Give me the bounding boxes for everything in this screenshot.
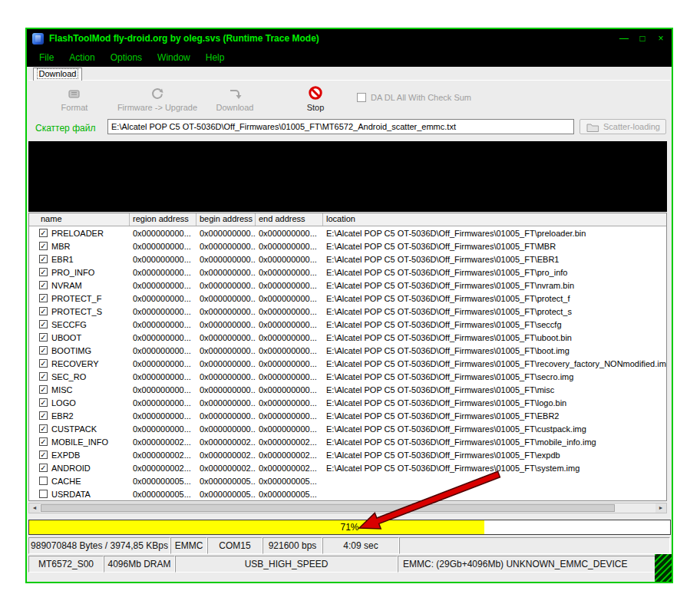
row-checkbox[interactable] [39,490,48,498]
partition-name: PROTECT_S [51,307,102,316]
window-controls: — □ × [619,33,666,44]
header-region-address[interactable]: region address [130,213,196,226]
table-row[interactable]: CACHE0x000000005...0x000000005...0x00000… [29,474,666,487]
table-row[interactable]: ✓ANDROID0x000000002...0x000000002...0x00… [29,461,666,474]
download-button[interactable]: Download [204,85,266,114]
resize-grip[interactable] [655,554,672,582]
partition-name-cell: ✓ANDROID [29,464,130,473]
header-name[interactable]: name [29,213,130,226]
scrollbar-thumb[interactable] [41,504,615,512]
close-button[interactable]: × [655,33,666,44]
table-row[interactable]: USRDATA0x000000005...0x000000005...0x000… [29,487,666,500]
table-row[interactable]: ✓PROTECT_F0x000000000...0x000000000...0x… [29,292,666,305]
tab-download[interactable]: Download [33,68,82,81]
partition-name-cell: ✓PRO_INFO [29,268,130,277]
row-checkbox[interactable]: ✓ [39,281,48,289]
header-end-address[interactable]: end address [256,213,323,226]
scroll-right-icon[interactable]: ► [655,503,666,513]
row-checkbox[interactable]: ✓ [39,359,48,368]
partition-name-cell: ✓LOGO [29,398,130,408]
firmware-upgrade-button[interactable]: Firmware -> Upgrade [113,85,202,114]
partition-name: USRDATA [51,490,91,499]
format-button[interactable]: Format [44,85,105,114]
table-row[interactable]: ✓PROTECT_S0x000000000...0x000000000...0x… [29,305,666,318]
region-address-cell: 0x000000000... [130,294,196,303]
da-dl-checksum-checkbox[interactable]: DA DL All With Check Sum [357,93,471,102]
table-row[interactable]: ✓SECCFG0x000000000...0x000000000...0x000… [29,318,666,331]
row-checkbox[interactable]: ✓ [39,294,48,302]
row-checkbox[interactable]: ✓ [39,242,48,250]
file-location-cell: E:\Alcatel POP C5 OT-5036D\Off_Firmwares… [323,333,666,342]
stop-button[interactable]: Stop [289,85,342,114]
minimize-button[interactable]: — [619,33,629,44]
table-row[interactable]: ✓MISC0x000000000...0x000000000...0x00000… [29,383,666,396]
row-checkbox[interactable]: ✓ [39,464,48,472]
table-row[interactable]: ✓CUSTPACK0x000000000...0x000000000...0x0… [29,422,666,435]
table-row[interactable]: ✓EXPDB0x000000002...0x000000002...0x0000… [29,448,666,461]
menu-file[interactable]: File [31,50,61,65]
row-checkbox[interactable]: ✓ [39,346,48,355]
titlebar[interactable]: FlashToolMod fly-droid.org by oleg.svs (… [27,29,672,48]
end-address-cell: 0x000000000... [256,255,323,264]
row-checkbox[interactable]: ✓ [39,385,48,394]
row-checkbox[interactable]: ✓ [39,320,48,328]
menu-help[interactable]: Help [198,50,233,65]
row-checkbox[interactable]: ✓ [39,333,48,342]
scatter-loading-button[interactable]: Scatter-loading [579,119,666,134]
table-row[interactable]: ✓RECOVERY0x000000000...0x000000000...0x0… [29,357,666,370]
row-checkbox[interactable]: ✓ [39,372,48,381]
scatter-path-input[interactable] [107,119,574,134]
header-location[interactable]: location [323,213,666,226]
menu-options[interactable]: Options [103,50,150,65]
row-checkbox[interactable]: ✓ [39,437,48,446]
table-row[interactable]: ✓UBOOT0x000000000...0x000000000...0x0000… [29,331,666,344]
file-location-cell: E:\Alcatel POP C5 OT-5036D\Off_Firmwares… [323,424,666,434]
end-address-cell: 0x000000002... [256,464,323,473]
begin-address-cell: 0x000000000... [196,281,256,290]
table-row[interactable]: ✓PRO_INFO0x000000000...0x000000000...0x0… [29,266,666,279]
horizontal-scrollbar[interactable]: ◄ ► [28,503,667,513]
row-checkbox[interactable]: ✓ [39,451,48,459]
row-checkbox[interactable]: ✓ [39,255,48,263]
partition-name-cell: ✓SECCFG [29,320,130,329]
partition-name: UBOOT [51,333,81,342]
region-address-cell: 0x000000005... [130,477,196,486]
begin-address-cell: 0x000000000... [196,424,256,434]
table-row[interactable]: ✓EBR20x000000000...0x000000000...0x00000… [29,409,666,422]
table-row[interactable]: ✓PRELOADER0x000000000...0x000000000...0x… [29,226,666,239]
scroll-left-icon[interactable]: ◄ [29,503,40,513]
menu-action[interactable]: Action [61,50,102,65]
row-checkbox[interactable]: ✓ [39,307,48,315]
begin-address-cell: 0x000000000... [196,320,256,329]
row-checkbox[interactable]: ✓ [39,229,48,237]
region-address-cell: 0x000000000... [130,333,196,342]
partition-name-cell: ✓MISC [29,385,130,394]
begin-address-cell: 0x000000000... [196,255,256,264]
row-checkbox[interactable]: ✓ [39,398,48,407]
partition-name-cell: ✓CUSTPACK [29,424,130,434]
partition-name: PROTECT_F [51,294,101,303]
table-row[interactable]: ✓BOOTIMG0x000000000...0x000000000...0x00… [29,344,666,357]
status-bar-bottom: MT6572_S00 4096Mb DRAM USB_HIGH_SPEED EM… [28,556,670,573]
row-checkbox[interactable]: ✓ [39,411,48,420]
file-location-cell: E:\Alcatel POP C5 OT-5036D\Off_Firmwares… [323,229,666,238]
table-row[interactable]: ✓SEC_RO0x000000000...0x000000000...0x000… [29,370,666,383]
table-row[interactable]: ✓MOBILE_INFO0x000000002...0x000000002...… [29,435,666,448]
table-row[interactable]: ✓EBR10x000000000...0x000000000...0x00000… [29,252,666,266]
header-begin-address[interactable]: begin address [196,213,256,226]
firmware-upgrade-icon [113,85,202,101]
menu-window[interactable]: Window [150,50,198,65]
region-address-cell: 0x000000000... [130,229,196,238]
begin-address-cell: 0x000000000... [196,385,256,394]
end-address-cell: 0x000000002... [256,451,323,460]
row-checkbox[interactable] [39,477,48,485]
partition-name: RECOVERY [51,359,99,368]
table-row[interactable]: ✓MBR0x000000000...0x000000000...0x000000… [29,239,666,252]
end-address-cell: 0x000000000... [256,346,323,355]
begin-address-cell: 0x000000000... [196,398,256,408]
row-checkbox[interactable]: ✓ [39,424,48,433]
table-row[interactable]: ✓LOGO0x000000000...0x000000000...0x00000… [29,396,666,409]
table-row[interactable]: ✓NVRAM0x000000000...0x000000000...0x0000… [29,279,666,292]
row-checkbox[interactable]: ✓ [39,268,48,276]
maximize-button[interactable]: □ [637,33,648,44]
